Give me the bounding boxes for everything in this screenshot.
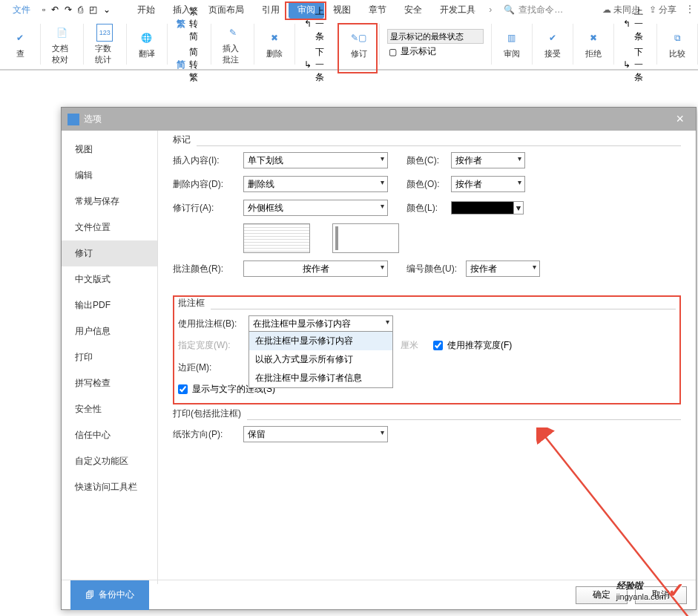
print-legend: 打印(包括批注框) xyxy=(173,407,247,420)
prev-comment-button[interactable]: ↰ 上一条 xyxy=(303,4,330,45)
fan-to-simp-button[interactable]: 繁 繁转简 xyxy=(175,4,204,45)
watermark-sub: jingyanla.com xyxy=(616,592,666,601)
menu-more-icon[interactable]: › xyxy=(484,4,496,15)
revise-line-select[interactable]: 外侧框线 xyxy=(243,200,388,216)
orientation-label: 纸张方向(P): xyxy=(173,428,243,441)
doc-proof-label: 文档校对 xyxy=(52,43,72,65)
show-markup-state-select[interactable]: 显示标记的最终状态 xyxy=(387,29,484,44)
number-color-label: 编号颜色(U): xyxy=(406,263,466,275)
dialog-close-button[interactable]: × xyxy=(670,111,690,127)
watermark-check-icon: ✓ xyxy=(668,578,685,603)
doc-proof-button[interactable]: 📄 文档校对 xyxy=(48,22,76,67)
options-dialog: 选项 × 视图 编辑 常规与保存 文件位置 修订 中文版式 输出PDF 用户信息… xyxy=(61,107,697,610)
revision-button[interactable]: ✎▢ 修订 xyxy=(346,27,372,61)
balloon-legend: 批注框 xyxy=(178,297,211,309)
doc-proof-icon: 📄 xyxy=(53,24,70,42)
sidebar-item-customize[interactable]: 自定义功能区 xyxy=(62,448,157,474)
markup-legend: 标记 xyxy=(173,134,197,146)
compare-button[interactable]: ⧉ 比较 xyxy=(665,27,690,61)
sidebar-item-pdf[interactable]: 输出PDF xyxy=(62,292,157,318)
menu-reference[interactable]: 引用 xyxy=(253,1,289,19)
file-menu[interactable]: 文件 xyxy=(4,1,39,19)
balloon-option-2[interactable]: 在批注框中显示修订者信息 xyxy=(249,369,392,387)
compare-label: 比较 xyxy=(669,48,685,59)
fan-to-simp-label: 繁转简 xyxy=(189,5,203,43)
next-comment-button[interactable]: ↳ 下一条 xyxy=(303,45,330,85)
sidebar-item-trust[interactable]: 信任中心 xyxy=(62,422,157,448)
insert-content-select[interactable]: 单下划线 xyxy=(243,152,388,168)
reject-label: 拒绝 xyxy=(585,48,602,59)
orientation-select[interactable]: 保留 xyxy=(243,426,388,442)
rev-next-label: 下一条 xyxy=(634,46,648,84)
menu-chapter[interactable]: 章节 xyxy=(360,1,395,19)
show-lines-input[interactable] xyxy=(178,384,188,394)
delete-comment-button[interactable]: ✖ 删除 xyxy=(262,27,287,61)
qa-dropdown-icon[interactable]: ⌄ xyxy=(100,4,113,15)
rev-next-icon: ↳ xyxy=(623,59,630,70)
sidebar-item-spell[interactable]: 拼写检查 xyxy=(62,370,157,396)
sidebar-item-print[interactable]: 打印 xyxy=(62,344,157,370)
translate-label: 翻译 xyxy=(139,48,155,59)
reject-button[interactable]: ✖ 拒绝 xyxy=(581,27,606,61)
use-rec-width-checkbox[interactable]: 使用推荐宽度(F) xyxy=(433,339,512,352)
word-count-button[interactable]: 123 字数统计 xyxy=(91,22,119,67)
menu-security[interactable]: 安全 xyxy=(395,1,431,19)
sidebar-item-edit[interactable]: 编辑 xyxy=(62,163,157,189)
color-o-select[interactable]: 按作者 xyxy=(451,176,525,192)
options-sidebar: 视图 编辑 常规与保存 文件位置 修订 中文版式 输出PDF 用户信息 打印 拼… xyxy=(62,131,158,584)
sidebar-item-security[interactable]: 安全性 xyxy=(62,396,157,422)
more-icon[interactable]: ⋮ xyxy=(685,4,694,16)
rev-prev-button[interactable]: ↰ 上一条 xyxy=(622,4,649,45)
qa-preview-icon[interactable]: ◰ xyxy=(86,4,100,15)
sidebar-item-qat[interactable]: 快速访问工具栏 xyxy=(62,474,157,500)
preview-insert xyxy=(243,223,310,253)
share-button[interactable]: ⇪分享 xyxy=(649,4,676,16)
revision-label: 修订 xyxy=(351,48,367,59)
color-c-select[interactable]: 按作者 xyxy=(451,152,525,168)
menu-start[interactable]: 开始 xyxy=(128,1,164,19)
delete-content-select[interactable]: 删除线 xyxy=(243,176,388,192)
watermark-main: 经验啦 xyxy=(616,580,643,591)
backup-center-button[interactable]: 🗐 备份中心 xyxy=(70,580,149,610)
sidebar-item-view[interactable]: 视图 xyxy=(62,137,157,163)
check-button[interactable]: ✔ 查 xyxy=(7,27,33,61)
review-pane-button[interactable]: ▥ 审阅 xyxy=(499,27,524,61)
balloon-fieldset: 批注框 使用批注框(B): 在批注框中显示修订内容 在批注框中显示修订内容 以嵌… xyxy=(178,303,676,396)
share-icon: ⇪ xyxy=(649,4,656,15)
qa-redo-icon[interactable]: ↷ xyxy=(62,4,75,15)
balloon-option-0[interactable]: 在批注框中显示修订内容 xyxy=(249,332,392,350)
qa-undo-icon[interactable]: ↶ xyxy=(48,4,62,15)
show-markup-button[interactable]: ▢ 显示标记 xyxy=(387,44,438,59)
comment-color-select[interactable]: 按作者 xyxy=(243,261,388,277)
balloon-option-1[interactable]: 以嵌入方式显示所有修订 xyxy=(249,350,392,369)
color-l-dropdown-icon[interactable]: ▾ xyxy=(514,201,524,214)
menu-devtools[interactable]: 开发工具 xyxy=(431,1,484,19)
markup-fieldset: 标记 插入内容(I): 单下划线 颜色(C): 按作者 删除内容(D): 删除线… xyxy=(173,140,681,284)
use-balloon-select[interactable]: 在批注框中显示修订内容 xyxy=(248,315,393,332)
backup-icon: 🗐 xyxy=(85,590,94,600)
insert-comment-button[interactable]: ✎ 插入批注 xyxy=(219,22,246,67)
search-placeholder: 查找命令… xyxy=(518,4,563,16)
markup-icon: ▢ xyxy=(389,47,397,57)
qa-save-icon[interactable]: ▫ xyxy=(39,4,48,15)
sidebar-item-revision[interactable]: 修订 xyxy=(62,240,157,266)
balloon-width-label: 指定宽度(W): xyxy=(178,339,248,352)
number-color-select[interactable]: 按作者 xyxy=(466,261,540,277)
translate-button[interactable]: 🌐 翻译 xyxy=(134,27,159,61)
menu-layout[interactable]: 页面布局 xyxy=(200,1,253,19)
accept-button[interactable]: ✔ 接受 xyxy=(540,27,565,61)
color-l-swatch[interactable] xyxy=(451,201,514,214)
command-search[interactable]: 🔍 查找命令… xyxy=(504,4,563,16)
delete-content-label: 删除内容(D): xyxy=(173,178,243,191)
cloud-icon: ☁ xyxy=(602,4,611,15)
sidebar-item-filelocation[interactable]: 文件位置 xyxy=(62,214,157,240)
use-balloon-dropdown: 在批注框中显示修订内容 以嵌入方式显示所有修订 在批注框中显示修订者信息 xyxy=(248,331,393,388)
rev-next-button[interactable]: ↳ 下一条 xyxy=(622,45,649,85)
dialog-footer: 🗐 备份中心 确定 取消 xyxy=(62,580,696,609)
sidebar-item-chinese[interactable]: 中文版式 xyxy=(62,266,157,292)
qa-print-icon[interactable]: ⎙ xyxy=(75,4,86,15)
sidebar-item-userinfo[interactable]: 用户信息 xyxy=(62,318,157,344)
simp-to-fan-button[interactable]: 简 简转繁 xyxy=(175,45,204,85)
sidebar-item-general[interactable]: 常规与保存 xyxy=(62,189,157,214)
use-rec-width-input[interactable] xyxy=(433,341,443,350)
